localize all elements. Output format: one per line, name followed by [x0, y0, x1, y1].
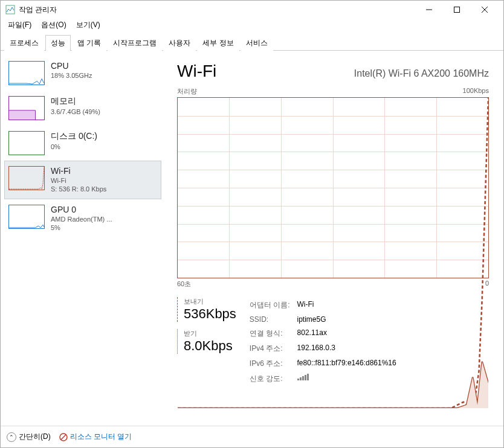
- menu-options[interactable]: 옵션(O): [37, 19, 69, 31]
- resource-monitor-button[interactable]: 리소스 모니터 열기: [59, 432, 132, 442]
- throughput-graph: [177, 97, 489, 278]
- wifi-sub1: Wi-Fi: [51, 176, 106, 185]
- resource-monitor-icon: [59, 433, 68, 441]
- tabbar: 프로세스 성능 앱 기록 시작프로그램 사용자 세부 정보 서비스: [1, 31, 503, 51]
- minimize-button[interactable]: [415, 1, 443, 19]
- gpu-sub1: AMD Radeon(TM) ...: [51, 215, 112, 223]
- app-icon: [5, 5, 15, 14]
- gpu-sub2: 5%: [51, 223, 112, 232]
- adapter-model: Intel(R) Wi-Fi 6 AX200 160MHz: [354, 68, 489, 79]
- menu-view[interactable]: 보기(V): [73, 19, 104, 31]
- svg-marker-5: [9, 110, 44, 120]
- svg-rect-2: [454, 7, 460, 13]
- titlebar: 작업 관리자: [1, 1, 503, 19]
- cpu-sub: 18% 3.05GHz: [51, 71, 92, 80]
- footer: ⌃ 간단히(D) 리소스 모니터 열기: [1, 426, 503, 447]
- fewer-details-button[interactable]: ⌃ 간단히(D): [7, 432, 51, 442]
- wifi-thumb: [8, 166, 45, 190]
- svg-line-8: [61, 435, 66, 440]
- sidebar-item-memory[interactable]: 메모리3.6/7.4GB (49%): [4, 91, 161, 126]
- sidebar-item-gpu[interactable]: GPU 0AMD Radeon(TM) ...5%: [4, 199, 161, 238]
- main-header: Wi-Fi Intel(R) Wi-Fi 6 AX200 160MHz: [177, 62, 489, 81]
- graph-label-throughput: 처리량: [177, 87, 197, 96]
- window-controls: [415, 1, 499, 19]
- sidebar: CPU18% 3.05GHz 메모리3.6/7.4GB (49%) 디스크 0(…: [1, 51, 165, 437]
- close-button[interactable]: [471, 1, 499, 19]
- wifi-sub2: S: 536 R: 8.0 Kbps: [51, 185, 106, 193]
- sidebar-item-wifi[interactable]: Wi-FiWi-FiS: 536 R: 8.0 Kbps: [4, 161, 161, 199]
- disk-title: 디스크 0(C:): [51, 131, 97, 142]
- gpu-thumb: [8, 205, 45, 229]
- content: CPU18% 3.05GHz 메모리3.6/7.4GB (49%) 디스크 0(…: [1, 51, 503, 437]
- menu-file[interactable]: 파일(F): [4, 19, 35, 31]
- tab-startup[interactable]: 시작프로그램: [108, 35, 162, 51]
- wifi-title: Wi-Fi: [51, 166, 106, 176]
- cpu-thumb: [8, 61, 45, 85]
- sidebar-item-disk[interactable]: 디스크 0(C:)0%: [4, 126, 161, 161]
- resource-monitor-label: 리소스 모니터 열기: [70, 432, 132, 442]
- cpu-title: CPU: [51, 61, 92, 71]
- tab-performance[interactable]: 성능: [45, 35, 71, 51]
- sidebar-item-cpu[interactable]: CPU18% 3.05GHz: [4, 56, 161, 91]
- memory-sub: 3.6/7.4GB (49%): [51, 107, 100, 116]
- tab-processes[interactable]: 프로세스: [4, 35, 44, 51]
- graph-label-scale: 100Kbps: [463, 87, 489, 96]
- memory-title: 메모리: [51, 96, 100, 107]
- chevron-up-icon: ⌃: [7, 432, 16, 442]
- maximize-button[interactable]: [443, 1, 471, 19]
- disk-thumb: [8, 131, 45, 155]
- gpu-title: GPU 0: [51, 205, 112, 214]
- page-title: Wi-Fi: [177, 62, 216, 81]
- tab-app-history[interactable]: 앱 기록: [72, 35, 106, 51]
- window-title: 작업 관리자: [19, 5, 415, 15]
- svg-marker-6: [178, 362, 488, 408]
- graph-data: [178, 98, 488, 408]
- main-panel: Wi-Fi Intel(R) Wi-Fi 6 AX200 160MHz 처리량 …: [165, 51, 503, 437]
- tab-services[interactable]: 서비스: [241, 35, 273, 51]
- tab-users[interactable]: 사용자: [163, 35, 196, 51]
- memory-thumb: [8, 96, 45, 120]
- fewer-details-label: 간단히(D): [19, 432, 51, 442]
- graph-top-labels: 처리량 100Kbps: [177, 87, 489, 96]
- tab-details[interactable]: 세부 정보: [197, 35, 239, 51]
- menubar: 파일(F) 옵션(O) 보기(V): [1, 19, 503, 31]
- disk-sub: 0%: [51, 142, 97, 151]
